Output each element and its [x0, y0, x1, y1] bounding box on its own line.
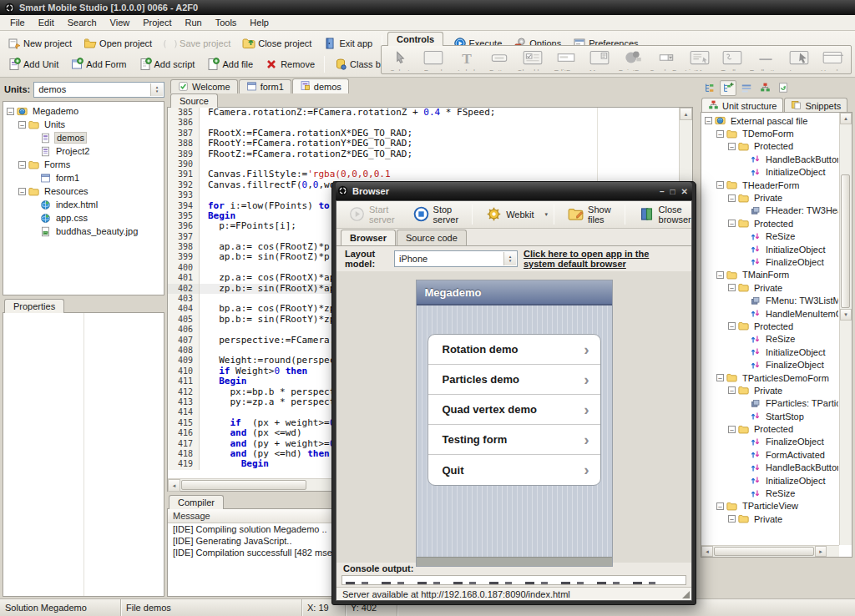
control-paintbox[interactable]: PaintBox: [616, 47, 650, 73]
tree-vertical-scrollbar[interactable]: ▴ ▾: [839, 113, 852, 545]
unit-structure-item-handlebackbuttonclicked[interactable]: HandleBackButtonClicked: [701, 462, 838, 474]
exit-app-button[interactable]: Exit app: [317, 33, 378, 53]
collapse-expander-icon[interactable]: –: [728, 322, 736, 330]
layout-model-spinner[interactable]: ▴▾: [503, 252, 516, 265]
browser-tab-browser[interactable]: Browser: [341, 230, 396, 245]
open-project-button[interactable]: Open project: [78, 33, 158, 53]
collapse-expander-icon[interactable]: –: [716, 271, 724, 279]
collapse-expander-icon[interactable]: –: [716, 181, 724, 189]
collapse-expander-icon[interactable]: –: [728, 386, 736, 394]
unit-structure-item-private[interactable]: –Private: [701, 512, 838, 525]
unit-structure-item-initializeobject[interactable]: InitializeObject: [701, 243, 838, 255]
unit-structure-item-fparticles-tparticleview[interactable]: FParticles: TParticleView: [701, 397, 838, 410]
unit-structure-item-external-pascal-file[interactable]: –External pascal file: [701, 114, 838, 127]
menu-search[interactable]: Search: [61, 16, 104, 29]
browser-titlebar[interactable]: Browser – □ ✕: [336, 182, 692, 200]
structure-view-button[interactable]: [756, 80, 773, 96]
menu-tools[interactable]: Tools: [209, 16, 244, 29]
close-icon[interactable]: ✕: [681, 187, 688, 196]
editor-tab-welcome[interactable]: Welcome: [170, 79, 238, 93]
phone-menu-item-quad-vertex-demo[interactable]: Quad vertex demo›: [428, 395, 600, 425]
unit-structure-item-resize[interactable]: ReSize: [701, 487, 838, 499]
unit-structure-item-private[interactable]: –Private: [701, 191, 838, 204]
phone-menu-item-rotation-demo[interactable]: Rotation demo›: [428, 335, 600, 365]
close-project-button[interactable]: Close project: [236, 33, 317, 53]
project-tree-item-form1[interactable]: form1: [3, 171, 164, 184]
control-toolbar[interactable]: Toolbar: [716, 47, 749, 73]
maximize-icon[interactable]: □: [670, 187, 675, 196]
collapse-expander-icon[interactable]: –: [728, 194, 736, 202]
control-panel[interactable]: Panel: [417, 47, 450, 73]
unit-structure-item-finalizeobject[interactable]: FinalizeObject: [701, 436, 838, 448]
scrollbar-thumb[interactable]: [841, 174, 850, 308]
unit-structure-item-handlemenuitemclicked[interactable]: HandleMenuItemClicked: [701, 307, 838, 320]
collapse-expander-icon[interactable]: –: [716, 502, 724, 510]
unit-structure-item-initializeobject[interactable]: InitializeObject: [701, 474, 838, 487]
editor-tab-form1[interactable]: form1: [239, 79, 291, 93]
project-tree-item-index-html[interactable]: index.html: [3, 198, 164, 211]
scroll-up-icon[interactable]: ▴: [680, 108, 692, 120]
close-browser-button[interactable]: Close browser: [630, 204, 700, 226]
collapse-expander-icon[interactable]: –: [728, 143, 736, 150]
unit-structure-item-resize[interactable]: ReSize: [701, 230, 838, 243]
menu-help[interactable]: Help: [243, 16, 276, 29]
unit-structure-item-initializeobject[interactable]: InitializeObject: [701, 346, 838, 358]
resize-grip[interactable]: [682, 591, 690, 598]
project-tree-item-project2[interactable]: Project2: [3, 144, 164, 158]
remove-button[interactable]: Remove: [259, 54, 321, 74]
collapse-expander-icon[interactable]: –: [18, 121, 26, 129]
unit-structure-item-protected[interactable]: –Protected: [701, 422, 838, 435]
collapse-tree-button[interactable]: [701, 80, 718, 96]
collapse-expander-icon[interactable]: –: [728, 515, 736, 523]
project-tree-item-app-css[interactable]: app.css: [3, 211, 164, 225]
unit-structure-item-private[interactable]: –Private: [701, 281, 838, 294]
source-tab[interactable]: Source: [170, 93, 218, 108]
refresh-button[interactable]: [775, 80, 792, 96]
unit-structure-item-initializeobject[interactable]: InitializeObject: [701, 166, 838, 179]
unit-structure-item-private[interactable]: –Private: [701, 384, 838, 396]
control-combobox[interactable]: ComboBox: [650, 47, 683, 73]
properties-tab[interactable]: Properties: [4, 299, 64, 313]
control-toolbutton[interactable]: Toolbutton: [749, 47, 782, 73]
project-tree-item-resources[interactable]: –Resources: [3, 184, 164, 198]
unit-structure-item-startstop[interactable]: StartStop: [701, 410, 838, 422]
unit-structure-item-fheader-tw3headercontro[interactable]: FHeader: TW3HeaderContro: [701, 204, 838, 217]
editor-tab-demos[interactable]: demos: [292, 78, 349, 93]
unit-structure-item-tmainform[interactable]: –TMainForm: [701, 269, 838, 281]
control-image[interactable]: Image: [782, 47, 816, 73]
project-tree-item-units[interactable]: –Units: [3, 118, 164, 131]
project-tree-item-forms[interactable]: –Forms: [3, 158, 164, 171]
collapse-expander-icon[interactable]: –: [705, 117, 712, 124]
tab-unit-structure[interactable]: Unit structure: [701, 98, 783, 113]
unit-structure-item-formactivated[interactable]: FormActivated: [701, 448, 838, 461]
collapse-expander-icon[interactable]: –: [716, 374, 724, 381]
sort-list-button[interactable]: [738, 80, 755, 96]
minimize-icon[interactable]: –: [660, 187, 665, 196]
webkit-dropdown-button[interactable]: ▾: [544, 204, 549, 226]
browser-tab-source-code[interactable]: Source code: [397, 230, 467, 245]
control-listmenu[interactable]: ListMenu: [683, 47, 716, 73]
menu-run[interactable]: Run: [178, 16, 208, 29]
scroll-down-icon[interactable]: ▾: [840, 309, 852, 321]
control-label[interactable]: TLabel: [450, 47, 483, 73]
unit-structure-item-theaderform[interactable]: –THeaderForm: [701, 179, 838, 191]
scrollbar-thumb[interactable]: [181, 480, 306, 490]
control-header[interactable]: Header: [816, 47, 849, 73]
units-combobox[interactable]: demos ▴▾: [33, 82, 164, 98]
scroll-up-icon[interactable]: ▴: [840, 113, 852, 124]
tree-horizontal-scrollbar[interactable]: ◂ ▸: [701, 545, 839, 557]
add-form-button[interactable]: Add Form: [64, 54, 132, 74]
tab-snippets[interactable]: Snippets: [784, 98, 847, 113]
menu-edit[interactable]: Edit: [32, 16, 61, 29]
collapse-expander-icon[interactable]: –: [728, 284, 736, 291]
expand-tree-button[interactable]: [720, 80, 736, 96]
add-script-button[interactable]: Add script: [133, 54, 201, 74]
phone-menu-item-testing-form[interactable]: Testing form›: [428, 425, 600, 455]
collapse-expander-icon[interactable]: –: [18, 161, 26, 169]
unit-structure-item-fmenu-tw3listmenu[interactable]: FMenu: TW3ListMenu: [701, 294, 838, 306]
collapse-expander-icon[interactable]: –: [18, 188, 26, 195]
scrollbar-thumb[interactable]: [714, 547, 814, 556]
console-output-box[interactable]: [341, 575, 686, 585]
scroll-left-icon[interactable]: ◂: [168, 479, 180, 492]
units-combobox-spinner[interactable]: ▴▾: [150, 83, 163, 96]
